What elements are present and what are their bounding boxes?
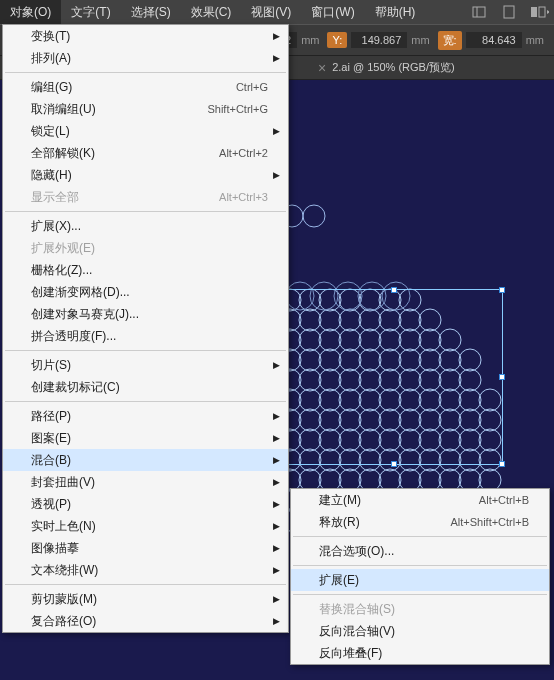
menu-shortcut: Alt+Ctrl+2 [219,147,268,159]
svg-point-73 [379,429,401,451]
menu-item[interactable]: 编组(G)Ctrl+G [3,76,288,98]
menu-item[interactable]: 图案(E)▶ [3,427,288,449]
menu-item: 显示全部Alt+Ctrl+3 [3,186,288,208]
menu-item[interactable]: 反向混合轴(V) [291,620,549,642]
svg-point-15 [399,309,421,331]
menu-label: 创建对象马赛克(J)... [31,306,268,323]
svg-point-13 [359,309,381,331]
doc-icon[interactable] [498,1,520,23]
menu-effect[interactable]: 效果(C) [181,0,242,24]
menu-item[interactable]: 隐藏(H)▶ [3,164,288,186]
menu-type[interactable]: 文字(T) [61,0,120,24]
svg-point-42 [399,369,421,391]
menu-item[interactable]: 透视(P)▶ [3,493,288,515]
submenu-arrow-icon: ▶ [273,126,280,136]
submenu-arrow-icon: ▶ [273,170,280,180]
menu-item[interactable]: 扩展(X)... [3,215,288,237]
menu-item[interactable]: 取消编组(U)Shift+Ctrl+G [3,98,288,120]
menu-item[interactable]: 全部解锁(K)Alt+Ctrl+2 [3,142,288,164]
menu-item[interactable]: 拼合透明度(F)... [3,325,288,347]
svg-point-65 [439,409,461,431]
menu-object[interactable]: 对象(O) [0,0,61,24]
menu-item[interactable]: 实时上色(N)▶ [3,515,288,537]
menu-label: 栅格化(Z)... [31,262,268,279]
svg-point-70 [319,429,341,451]
menu-item[interactable]: 切片(S)▶ [3,354,288,376]
svg-point-77 [459,429,481,451]
svg-point-49 [339,389,361,411]
menu-item[interactable]: 复合路径(O)▶ [3,610,288,632]
submenu-arrow-icon: ▶ [273,455,280,465]
menu-label: 混合选项(O)... [319,543,529,560]
svg-point-67 [479,409,501,431]
menu-label: 排列(A) [31,50,268,67]
menu-label: 反向堆叠(F) [319,645,529,662]
submenu-arrow-icon: ▶ [273,411,280,421]
menu-separator [5,211,286,212]
svg-point-18 [299,329,321,351]
menu-label: 编组(G) [31,79,236,96]
svg-point-80 [299,449,321,471]
menu-item[interactable]: 创建对象马赛克(J)... [3,303,288,325]
menu-view[interactable]: 视图(V) [241,0,301,24]
menu-item[interactable]: 排列(A)▶ [3,47,288,69]
menu-separator [293,536,547,537]
svg-point-59 [319,409,341,431]
menu-item[interactable]: 释放(R)Alt+Shift+Ctrl+B [291,511,549,533]
svg-point-88 [459,449,481,471]
svg-point-28 [319,349,341,371]
menu-label: 显示全部 [31,189,219,206]
svg-rect-131 [531,7,537,17]
svg-point-21 [359,329,381,351]
menu-label: 混合(B) [31,452,268,469]
svg-point-47 [299,389,321,411]
submenu-arrow-icon: ▶ [273,477,280,487]
menu-item: 扩展外观(E) [3,237,288,259]
svg-point-24 [419,329,441,351]
svg-point-55 [459,389,481,411]
arrange-icon[interactable] [528,1,550,23]
layout-icon[interactable] [468,1,490,23]
menubar: 对象(O) 文字(T) 选择(S) 效果(C) 视图(V) 窗口(W) 帮助(H… [0,0,554,24]
menu-label: 锁定(L) [31,123,268,140]
svg-point-27 [299,349,321,371]
menu-item[interactable]: 剪切蒙版(M)▶ [3,588,288,610]
svg-point-35 [459,349,481,371]
object-menu: 变换(T)▶排列(A)▶编组(G)Ctrl+G取消编组(U)Shift+Ctrl… [2,24,289,633]
menu-help[interactable]: 帮助(H) [365,0,426,24]
menu-item[interactable]: 反向堆叠(F) [291,642,549,664]
menu-label: 隐藏(H) [31,167,268,184]
svg-point-48 [319,389,341,411]
menu-label: 拼合透明度(F)... [31,328,268,345]
menu-label: 实时上色(N) [31,518,268,535]
blend-submenu: 建立(M)Alt+Ctrl+B释放(R)Alt+Shift+Ctrl+B混合选项… [290,488,550,665]
svg-point-31 [379,349,401,371]
svg-point-43 [419,369,441,391]
menu-item[interactable]: 路径(P)▶ [3,405,288,427]
menu-item[interactable]: 混合(B)▶ [3,449,288,471]
menu-window[interactable]: 窗口(W) [301,0,364,24]
menu-shortcut: Alt+Shift+Ctrl+B [450,516,529,528]
menu-label: 释放(R) [319,514,450,531]
menu-item[interactable]: 扩展(E) [291,569,549,591]
svg-point-10 [299,309,321,331]
menu-item[interactable]: 栅格化(Z)... [3,259,288,281]
svg-point-41 [379,369,401,391]
menu-item[interactable]: 建立(M)Alt+Ctrl+B [291,489,549,511]
menu-item[interactable]: 文本绕排(W)▶ [3,559,288,581]
submenu-arrow-icon: ▶ [273,31,280,41]
svg-point-83 [359,449,381,471]
menu-item[interactable]: 创建裁切标记(C) [3,376,288,398]
menu-item[interactable]: 图像描摹▶ [3,537,288,559]
menu-select[interactable]: 选择(S) [121,0,181,24]
menu-shortcut: Shift+Ctrl+G [207,103,268,115]
svg-point-32 [399,349,421,371]
svg-point-38 [319,369,341,391]
menu-label: 替换混合轴(S) [319,601,529,618]
svg-point-11 [319,309,341,331]
menu-item[interactable]: 封套扭曲(V)▶ [3,471,288,493]
menu-item[interactable]: 变换(T)▶ [3,25,288,47]
menu-item[interactable]: 混合选项(O)... [291,540,549,562]
menu-item[interactable]: 创建渐变网格(D)... [3,281,288,303]
menu-item[interactable]: 锁定(L)▶ [3,120,288,142]
